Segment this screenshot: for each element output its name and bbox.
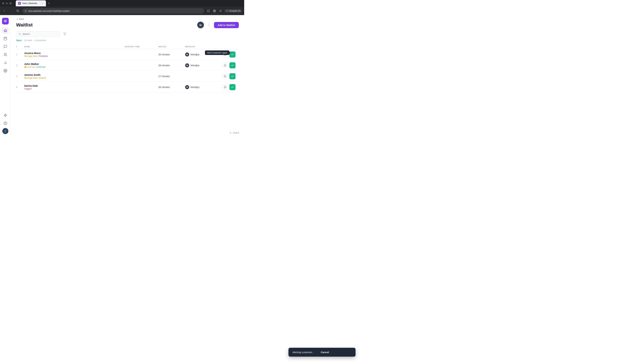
url-text: new.waitwhile.com/visits?visitState=wait… [28, 10, 202, 12]
check-in-button-1[interactable] [230, 51, 236, 57]
waited-cell: 28 minutes [158, 64, 185, 67]
row-number: 1 [16, 53, 24, 56]
sidebar-item-analytics[interactable] [2, 59, 9, 66]
waited-cell: 26 minutes [158, 53, 185, 56]
col-num: # [16, 45, 24, 48]
extensions-button[interactable] [212, 8, 217, 13]
row-number: 2 [16, 64, 24, 67]
check-icon [231, 86, 234, 89]
tag-prioritized: Prioritized [39, 55, 48, 57]
col-name: NAME [24, 45, 125, 48]
incognito-badge: Incognito (2) [224, 9, 242, 13]
address-bar[interactable]: new.waitwhile.com/visits?visitState=wait… [22, 8, 204, 13]
row-number: 3 [16, 75, 24, 78]
app-container: M [0, 15, 244, 137]
more-options-button[interactable] [206, 22, 212, 28]
status-open: Open [16, 39, 22, 41]
col-actions [222, 45, 239, 48]
check-icon [231, 64, 234, 67]
svg-rect-1 [25, 11, 26, 12]
row-number: 4 [16, 86, 24, 88]
alert-customer-button-4[interactable] [222, 84, 228, 90]
svg-point-12 [4, 53, 5, 54]
customer-name: John Walker [24, 62, 125, 65]
chat-icon [4, 45, 7, 48]
alert-customer-button-1[interactable] [222, 51, 228, 57]
bell-icon [224, 53, 226, 56]
sidebar-logo[interactable]: M [2, 18, 9, 24]
moodjoy-cell: M Moodjoy [185, 63, 222, 67]
check-in-button-4[interactable] [230, 84, 236, 90]
status-bar: Open · 1m wait · 4 customers [11, 39, 244, 41]
sidebar-item-settings[interactable] [2, 67, 9, 74]
check-icon [231, 53, 234, 56]
window-controls [2, 2, 12, 4]
moodjoy-cell: M Moodjoy [185, 85, 222, 89]
sidebar: M [0, 15, 11, 137]
active-tab[interactable]: M Visits | Waitwhile × [16, 0, 46, 6]
incognito-icon [226, 10, 228, 12]
row-actions [222, 73, 239, 79]
svg-point-13 [5, 70, 6, 71]
pagination-text: 1 – 4 of 4 [230, 132, 239, 134]
close-window-button[interactable] [2, 2, 4, 4]
alert-customer-button-2[interactable] [222, 62, 228, 68]
check-in-button-2[interactable] [230, 62, 236, 68]
moodjoy-avatar: M [185, 85, 189, 89]
main-content: Back Waitlist M Add [11, 15, 244, 137]
browser-chrome: M Visits | Waitwhile × + [0, 0, 244, 15]
minimize-window-button[interactable] [6, 2, 8, 4]
lock-icon [24, 10, 27, 12]
sidebar-item-chat[interactable] [2, 43, 9, 50]
sidebar-item-users[interactable] [2, 51, 9, 58]
row-actions [222, 62, 239, 68]
svg-rect-6 [220, 10, 222, 10]
sidebar-item-home[interactable] [2, 27, 9, 34]
alert-customer-button-3[interactable] [222, 73, 228, 79]
browser-icons: Incognito (2) [206, 8, 242, 13]
svg-rect-8 [220, 11, 222, 12]
more-dots-icon [207, 23, 211, 27]
bookmark-button[interactable] [206, 8, 211, 13]
sidebar-item-help[interactable] [2, 120, 9, 127]
check-in-button-3[interactable] [230, 73, 236, 79]
browser-addressbar: new.waitwhile.com/visits?visitState=wait… [0, 7, 244, 15]
add-to-waitlist-button[interactable]: Add to Waitlist [214, 22, 239, 28]
col-moodjoy: MOODJOY [185, 45, 222, 48]
new-tab-button[interactable]: + [46, 1, 51, 6]
analytics-icon [4, 61, 7, 64]
header-avatar[interactable]: M [197, 22, 204, 28]
svg-rect-0 [10, 3, 11, 4]
filter-button[interactable] [62, 31, 68, 37]
table-row: 4 Sarina Dale Flagged 26 minutes M Moodj… [16, 82, 239, 93]
sidebar-item-calendar[interactable] [2, 35, 9, 42]
browser-titlebar: M Visits | Waitwhile × + [0, 0, 244, 7]
status-customers: 4 customers [34, 39, 46, 41]
search-box[interactable] [16, 31, 60, 37]
search-icon [18, 33, 21, 35]
table-container: # NAME BOOKING TIME WAITED MOODJOY 1 Jes… [11, 44, 244, 129]
sidebar-avatar[interactable]: 👤 [2, 128, 8, 134]
tab-close-button[interactable]: × [41, 2, 44, 5]
incognito-label: Incognito (2) [229, 10, 240, 12]
forward-nav-button[interactable] [9, 8, 14, 13]
search-input[interactable] [22, 33, 57, 35]
tag-just-now: 🟡 Just now [24, 66, 35, 68]
back-nav-button[interactable] [2, 8, 7, 13]
svg-rect-2 [214, 10, 214, 11]
col-waited: WAITED [158, 45, 185, 48]
profile-button[interactable] [218, 8, 223, 13]
table-row: 1 Jessica Moon Message failed Prioritize… [16, 49, 239, 60]
svg-point-10 [227, 11, 228, 11]
reload-button[interactable] [16, 8, 20, 13]
svg-point-9 [226, 11, 227, 11]
header-row: Waitlist M Add to Waitlist [16, 22, 239, 28]
back-link[interactable]: Back [16, 18, 239, 20]
customer-info: Sarina Dale Flagged [24, 84, 125, 90]
check-icon [231, 75, 234, 78]
sidebar-item-lightning[interactable] [2, 112, 9, 119]
tab-favicon: M [18, 2, 21, 5]
moodjoy-avatar: M [185, 63, 189, 67]
maximize-window-button[interactable] [10, 2, 12, 4]
bell-icon [224, 64, 226, 67]
